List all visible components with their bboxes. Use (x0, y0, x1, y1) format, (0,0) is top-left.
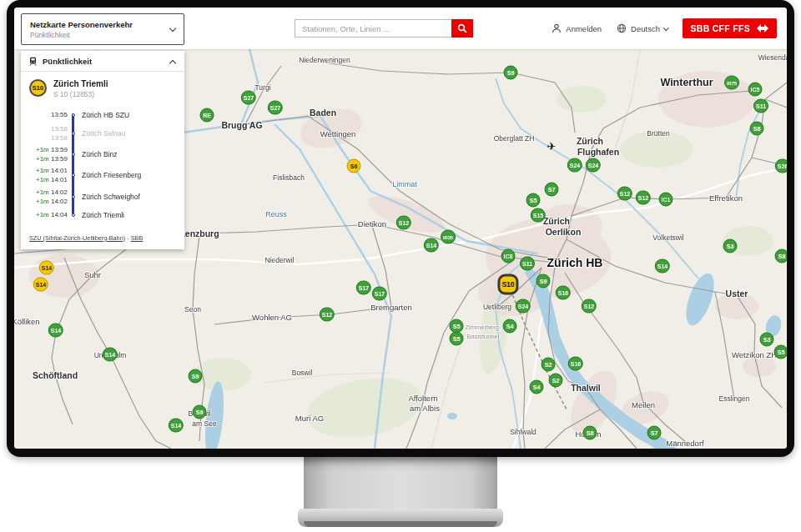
sbb-logo-text: SBB CFF FFS (690, 23, 750, 33)
delay-value: +1m (36, 211, 51, 218)
train-name: Zürich Triemli (53, 79, 108, 88)
line-badge-s14[interactable]: S14 (169, 419, 184, 433)
line-badge-s8[interactable]: S8 (750, 122, 764, 136)
line-badge-s3[interactable]: S3 (760, 333, 774, 347)
line-badge-s24[interactable]: S24 (586, 158, 601, 173)
chevron-down-icon (663, 25, 668, 30)
line-badge-s14[interactable]: S14 (33, 278, 48, 292)
line-badge-s16[interactable]: S16 (556, 286, 571, 300)
time-value: 13:59 (51, 146, 68, 153)
stop-name: Zürich Friesenberg (78, 171, 141, 179)
timeline-node (72, 113, 75, 117)
map-label: Oberglatt ZH (494, 134, 535, 143)
login-button[interactable]: Anmelden (552, 23, 602, 33)
map-label: Wetzikon ZH (732, 350, 777, 359)
line-badge-s12[interactable]: S12 (617, 187, 632, 201)
line-badge-s12[interactable]: S12 (320, 308, 335, 322)
stop-row: 13:5613:58Zürich Selnau (26, 123, 178, 143)
monitor-bezel: NiederweningenWiesendangenWinterthurTurg… (7, 0, 794, 457)
line-badge-s4[interactable]: S4 (503, 319, 517, 334)
line-badge-s12[interactable]: S12 (582, 299, 597, 314)
topbar-right: Anmelden Deutsch SBB CFF FFS (552, 8, 777, 49)
map-label: Muri AG (295, 414, 324, 423)
line-badge-s5[interactable]: S5 (450, 332, 464, 346)
line-badge-s14[interactable]: S14 (48, 324, 63, 338)
monitor-stand-neck (304, 455, 497, 510)
line-badge-s26[interactable]: S26 (775, 159, 787, 173)
line-badge-s9[interactable]: S9 (537, 274, 551, 289)
time-value: 14:02 (51, 198, 68, 205)
line-badge-ir75[interactable]: IR75 (724, 76, 739, 90)
delay-value: +1m (36, 198, 51, 205)
map-label: Uster (726, 289, 748, 299)
line-badge-ic8[interactable]: IC8 (501, 249, 516, 263)
stop-times: 13:55 (26, 110, 68, 119)
line-badge-s8[interactable]: S8 (775, 249, 788, 263)
line-badge-s8[interactable]: S8 (583, 426, 597, 440)
topbar: Netzkarte Personenverkehr Pünktlichkeit (14, 8, 787, 49)
delay-value: +1m (36, 155, 51, 163)
line-badge-s4[interactable]: S4 (530, 380, 544, 394)
line-badge-s14[interactable]: S14 (655, 259, 670, 274)
line-badge-s14[interactable]: S14 (39, 261, 54, 275)
panel-footer-links: SZU (Sihltal-Zürich-Uetliberg-Bahn) - SB… (21, 226, 184, 249)
map-label: Uetliberg (483, 303, 511, 311)
line-badge-s10[interactable]: S10 (497, 274, 518, 295)
line-badge-ir35[interactable]: IR35 (441, 230, 456, 244)
line-badge-s12[interactable]: S12 (396, 216, 411, 230)
line-badge-ic5[interactable]: IC5 (748, 83, 763, 97)
line-badge-s16[interactable]: S16 (568, 357, 583, 371)
layer-dropdown[interactable]: Netzkarte Personenverkehr Pünktlichkeit (21, 13, 184, 45)
line-badge-s17[interactable]: S17 (356, 281, 371, 295)
line-badge-s2[interactable]: S2 (549, 374, 563, 388)
map-label: Limmat (392, 180, 417, 188)
timeline-node (72, 132, 75, 135)
map-label: Niederwil (265, 256, 295, 264)
map-label: am Albis (410, 404, 440, 413)
collapse-button[interactable] (169, 54, 177, 68)
search-input[interactable] (295, 19, 451, 38)
line-badge-s3[interactable]: S3 (723, 239, 738, 253)
footer-link[interactable]: SBB (131, 234, 144, 242)
line-badge-s5[interactable]: S5 (526, 193, 541, 208)
line-badge-s2[interactable]: S2 (542, 358, 556, 372)
line-badge-ic1[interactable]: IC1 (659, 193, 673, 207)
line-badge-s12[interactable]: S12 (636, 191, 651, 205)
chevron-up-icon (169, 59, 176, 66)
stop-times: +1m 14:04 (26, 210, 68, 219)
train-number: S 10 (12853) (53, 90, 108, 98)
map-label: Baden (310, 108, 336, 118)
delay-value: +1m (36, 188, 51, 196)
sbb-logo[interactable]: SBB CFF FFS (683, 18, 777, 38)
line-badge-s9[interactable]: S9 (193, 405, 207, 419)
language-selector[interactable]: Deutsch (617, 23, 668, 33)
line-badge-s5[interactable]: S5 (774, 345, 788, 359)
line-badge-s27[interactable]: S27 (268, 101, 283, 115)
line-badge-s11[interactable]: S11 (753, 99, 768, 113)
timeline-node (72, 153, 75, 156)
line-badge-s7[interactable]: S7 (545, 183, 559, 197)
search-button[interactable] (451, 19, 473, 38)
footer-link[interactable]: SZU (Sihltal-Zürich-Uetliberg-Bahn) (29, 234, 125, 242)
line-badge-s17[interactable]: S17 (372, 287, 387, 301)
map-label: Seon (184, 305, 201, 314)
line-badge-s7[interactable]: S7 (647, 426, 662, 440)
line-badge-s6[interactable]: S6 (347, 159, 361, 173)
time-value: 13:58 (51, 134, 68, 142)
delay-value: +1m (36, 146, 51, 153)
airplane-icon: ✈ (547, 140, 557, 153)
stop-row: +1m 14:01+1m 14:01Zürich Friesenberg (26, 165, 178, 186)
stop-name: Zürich Schweighof (78, 193, 140, 201)
line-badge-re[interactable]: RE (200, 108, 214, 123)
timeline-node (72, 195, 75, 198)
line-badge-s9[interactable]: S9 (504, 66, 518, 80)
timeline-line (72, 113, 74, 214)
line-badge-s9[interactable]: S9 (189, 369, 203, 384)
map-label: am See (192, 419, 216, 428)
line-badge-s24[interactable]: S24 (567, 158, 582, 173)
line-badge-s24[interactable]: S24 (516, 299, 531, 314)
line-badge-s11[interactable]: S11 (520, 257, 535, 271)
line-badge-s14[interactable]: S14 (424, 238, 439, 253)
line-badge-s27[interactable]: S27 (241, 91, 256, 105)
time-value: 14:02 (51, 188, 68, 196)
